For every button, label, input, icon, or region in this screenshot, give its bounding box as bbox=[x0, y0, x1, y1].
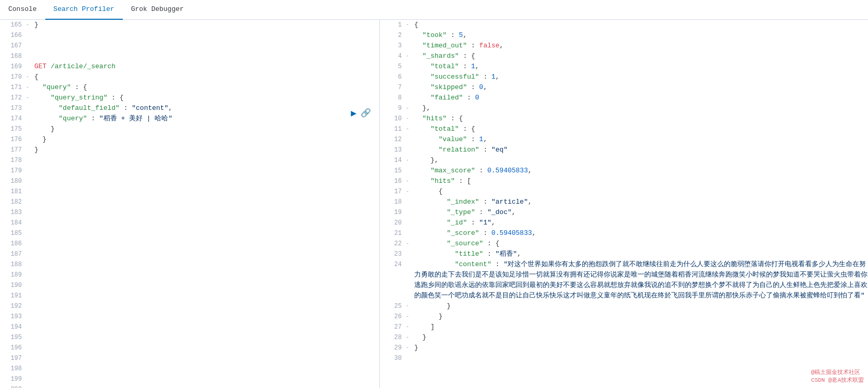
editor-line: 165-} bbox=[0, 20, 379, 30]
editor-line: 198 bbox=[0, 364, 379, 374]
fold-button[interactable]: - bbox=[26, 93, 32, 103]
line-content: "relation" : "eq" bbox=[412, 145, 868, 155]
copy-button[interactable]: 🔗 bbox=[361, 108, 371, 118]
line-number: 191 bbox=[0, 291, 26, 301]
editor-line: 199 bbox=[0, 374, 379, 384]
editor-line: 182 bbox=[0, 197, 379, 207]
line-content: }, bbox=[412, 103, 868, 114]
output-line: 2 "took" : 5, bbox=[380, 30, 868, 41]
line-number: 15 bbox=[380, 166, 406, 176]
line-number: 8 bbox=[380, 93, 406, 103]
output-line: 28- } bbox=[380, 332, 868, 343]
line-number: 167 bbox=[0, 41, 26, 51]
line-number: 11 bbox=[380, 124, 406, 134]
output-line: 1-{ bbox=[380, 20, 868, 30]
output-line: 21 "_score" : 0.59405833, bbox=[380, 228, 868, 239]
line-number: 196 bbox=[0, 343, 26, 353]
line-number: 180 bbox=[0, 176, 26, 186]
editor-line: 195 bbox=[0, 332, 379, 343]
line-content: { bbox=[412, 20, 868, 30]
editor-line: 190 bbox=[0, 280, 379, 291]
line-number: 13 bbox=[380, 145, 406, 155]
line-content: "_id" : "1", bbox=[412, 218, 868, 228]
editor-line: 193 bbox=[0, 311, 379, 322]
fold-button[interactable]: - bbox=[406, 124, 412, 134]
output-line: 18 "_index" : "article", bbox=[380, 197, 868, 207]
line-number: 17 bbox=[380, 186, 406, 197]
line-content: "content" : "对这个世界如果你有太多的抱怨跌倒了就不敢继续往前走为什… bbox=[412, 259, 868, 301]
tab-search-profiler[interactable]: Search Profiler bbox=[45, 0, 123, 20]
line-number: 194 bbox=[0, 322, 26, 332]
line-content: "failed" : 0 bbox=[412, 93, 868, 103]
line-number: 166 bbox=[0, 30, 26, 41]
fold-button[interactable]: - bbox=[406, 322, 412, 332]
fold-button[interactable]: - bbox=[26, 20, 32, 30]
fold-button[interactable]: - bbox=[26, 72, 32, 82]
line-content: "query_string" : { bbox=[32, 93, 379, 103]
output-line: 30 bbox=[380, 353, 868, 364]
fold-button[interactable]: - bbox=[406, 186, 412, 197]
fold-button[interactable]: - bbox=[406, 51, 412, 61]
editor-actions: ▶ 🔗 bbox=[351, 107, 371, 119]
fold-button[interactable]: - bbox=[406, 239, 412, 249]
line-number: 174 bbox=[0, 114, 26, 124]
fold-button[interactable]: - bbox=[406, 20, 412, 30]
output-line: 10- "hits" : { bbox=[380, 114, 868, 124]
editor-line: 180 bbox=[0, 176, 379, 186]
line-number: 4 bbox=[380, 51, 406, 61]
fold-button[interactable]: - bbox=[26, 82, 32, 93]
editor-line: 173 "default_field" : "content", bbox=[0, 103, 379, 114]
fold-button[interactable]: - bbox=[406, 343, 412, 353]
editor-line: 183 bbox=[0, 207, 379, 218]
fold-button[interactable]: - bbox=[406, 301, 412, 311]
line-number: 30 bbox=[380, 353, 406, 364]
line-number: 189 bbox=[0, 270, 26, 280]
editor-line: 177} bbox=[0, 145, 379, 155]
line-number: 185 bbox=[0, 228, 26, 239]
line-content: } bbox=[32, 124, 379, 134]
tab-grok-debugger[interactable]: Grok Debugger bbox=[123, 0, 192, 20]
line-number: 22 bbox=[380, 239, 406, 249]
editor-line: 179 bbox=[0, 166, 379, 176]
tab-console[interactable]: Console bbox=[0, 0, 45, 20]
fold-button[interactable]: - bbox=[406, 114, 412, 124]
fold-button[interactable]: - bbox=[406, 176, 412, 186]
line-content: "title" : "稻香", bbox=[412, 249, 868, 259]
line-content: }, bbox=[412, 155, 868, 166]
output-line: 5 "total" : 1, bbox=[380, 61, 868, 72]
line-number: 5 bbox=[380, 61, 406, 72]
output-line: 27- ] bbox=[380, 322, 868, 332]
line-content: } bbox=[412, 332, 868, 343]
right-panel: 1-{2 "took" : 5,3 "timed_out" : false,4-… bbox=[380, 20, 868, 388]
editor-line: 171- "query" : { bbox=[0, 82, 379, 93]
line-number: 195 bbox=[0, 332, 26, 343]
output-line: 26- } bbox=[380, 311, 868, 322]
editor-area[interactable]: 165-}166167168169GET /article/_search170… bbox=[0, 20, 379, 388]
line-content: "hits" : [ bbox=[412, 176, 868, 186]
fold-button[interactable]: - bbox=[406, 155, 412, 166]
output-line: 14- }, bbox=[380, 155, 868, 166]
fold-button[interactable]: - bbox=[406, 332, 412, 343]
run-button[interactable]: ▶ bbox=[351, 107, 356, 119]
line-number: 12 bbox=[380, 134, 406, 145]
line-content: "timed_out" : false, bbox=[412, 41, 868, 51]
line-number: 28 bbox=[380, 332, 406, 343]
line-number: 20 bbox=[380, 218, 406, 228]
line-number: 23 bbox=[380, 249, 406, 259]
left-panel: 165-}166167168169GET /article/_search170… bbox=[0, 20, 380, 388]
fold-button[interactable]: - bbox=[406, 311, 412, 322]
line-number: 26 bbox=[380, 311, 406, 322]
output-line: 6 "successful" : 1, bbox=[380, 72, 868, 82]
line-number: 1 bbox=[380, 20, 406, 30]
output-line: 15 "max_score" : 0.59405833, bbox=[380, 166, 868, 176]
fold-button[interactable]: - bbox=[406, 103, 412, 114]
output-area[interactable]: 1-{2 "took" : 5,3 "timed_out" : false,4-… bbox=[380, 20, 868, 388]
output-line: 3 "timed_out" : false, bbox=[380, 41, 868, 51]
editor-line: 178 bbox=[0, 155, 379, 166]
editor-line: 181 bbox=[0, 186, 379, 197]
main-content: 165-}166167168169GET /article/_search170… bbox=[0, 20, 868, 388]
output-line: 25- } bbox=[380, 301, 868, 311]
line-content: "_index" : "article", bbox=[412, 197, 868, 207]
editor-line: 168 bbox=[0, 51, 379, 61]
panel-resize-handle[interactable] bbox=[377, 20, 379, 388]
